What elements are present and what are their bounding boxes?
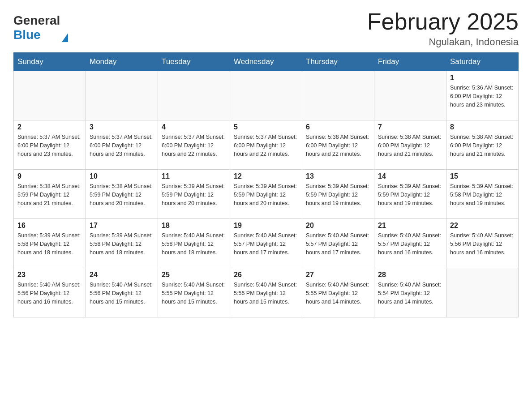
day-number: 10 [90,172,154,180]
title-section: February 2025 Ngulakan, Indonesia [367,9,519,48]
day-number: 25 [162,271,226,279]
table-row: 10Sunrise: 5:38 AM Sunset: 5:59 PM Dayli… [86,170,158,219]
col-monday: Monday [86,53,158,71]
day-info: Sunrise: 5:39 AM Sunset: 5:58 PM Dayligh… [17,231,82,257]
logo-general: General [13,13,60,28]
table-row [302,71,374,120]
day-number: 5 [234,123,298,131]
table-row [230,71,302,120]
day-info: Sunrise: 5:40 AM Sunset: 5:57 PM Dayligh… [306,231,370,257]
day-info: Sunrise: 5:40 AM Sunset: 5:55 PM Dayligh… [162,281,226,306]
table-row: 6Sunrise: 5:38 AM Sunset: 6:00 PM Daylig… [302,120,374,170]
calendar-week-row: 1Sunrise: 5:36 AM Sunset: 6:00 PM Daylig… [14,71,519,120]
table-row [158,71,230,120]
table-row: 21Sunrise: 5:40 AM Sunset: 5:57 PM Dayli… [374,219,446,268]
day-info: Sunrise: 5:37 AM Sunset: 6:00 PM Dayligh… [234,133,298,158]
calendar-title: February 2025 [367,9,519,34]
table-row: 23Sunrise: 5:40 AM Sunset: 5:56 PM Dayli… [14,268,86,317]
table-row [86,71,158,120]
table-row: 9Sunrise: 5:38 AM Sunset: 5:59 PM Daylig… [14,170,86,219]
calendar-header-row: Sunday Monday Tuesday Wednesday Thursday… [14,53,519,71]
table-row [446,268,519,317]
day-number: 20 [306,222,370,230]
day-number: 19 [234,222,298,230]
day-number: 12 [234,172,298,180]
table-row [14,71,86,120]
col-wednesday: Wednesday [230,53,302,71]
day-info: Sunrise: 5:38 AM Sunset: 5:59 PM Dayligh… [17,182,82,207]
table-row: 20Sunrise: 5:40 AM Sunset: 5:57 PM Dayli… [302,219,374,268]
day-info: Sunrise: 5:38 AM Sunset: 6:00 PM Dayligh… [306,133,370,158]
day-number: 4 [162,123,226,131]
day-number: 28 [378,271,442,279]
table-row: 18Sunrise: 5:40 AM Sunset: 5:58 PM Dayli… [158,219,230,268]
day-number: 2 [17,123,82,131]
day-info: Sunrise: 5:39 AM Sunset: 5:59 PM Dayligh… [306,182,370,207]
table-row: 27Sunrise: 5:40 AM Sunset: 5:55 PM Dayli… [302,268,374,317]
day-number: 7 [378,123,442,131]
table-row: 24Sunrise: 5:40 AM Sunset: 5:56 PM Dayli… [86,268,158,317]
logo-triangle-icon [62,33,68,42]
day-number: 17 [90,222,154,230]
day-info: Sunrise: 5:40 AM Sunset: 5:56 PM Dayligh… [90,281,154,306]
col-tuesday: Tuesday [158,53,230,71]
table-row [374,71,446,120]
logo-blue: Blue [13,28,41,42]
day-info: Sunrise: 5:40 AM Sunset: 5:55 PM Dayligh… [306,281,370,306]
calendar-subtitle: Ngulakan, Indonesia [367,36,519,48]
day-number: 6 [306,123,370,131]
table-row: 7Sunrise: 5:38 AM Sunset: 6:00 PM Daylig… [374,120,446,170]
day-info: Sunrise: 5:39 AM Sunset: 5:59 PM Dayligh… [162,182,226,207]
day-number: 16 [17,222,82,230]
calendar-week-row: 9Sunrise: 5:38 AM Sunset: 5:59 PM Daylig… [14,170,519,219]
day-info: Sunrise: 5:40 AM Sunset: 5:54 PM Dayligh… [378,281,442,306]
table-row: 25Sunrise: 5:40 AM Sunset: 5:55 PM Dayli… [158,268,230,317]
day-number: 8 [450,123,515,131]
day-number: 1 [450,74,515,82]
table-row: 8Sunrise: 5:38 AM Sunset: 6:00 PM Daylig… [446,120,519,170]
col-friday: Friday [374,53,446,71]
table-row: 11Sunrise: 5:39 AM Sunset: 5:59 PM Dayli… [158,170,230,219]
table-row: 13Sunrise: 5:39 AM Sunset: 5:59 PM Dayli… [302,170,374,219]
day-info: Sunrise: 5:39 AM Sunset: 5:59 PM Dayligh… [234,182,298,207]
table-row: 2Sunrise: 5:37 AM Sunset: 6:00 PM Daylig… [14,120,86,170]
day-number: 3 [90,123,154,131]
col-thursday: Thursday [302,53,374,71]
table-row: 17Sunrise: 5:39 AM Sunset: 5:58 PM Dayli… [86,219,158,268]
table-row: 16Sunrise: 5:39 AM Sunset: 5:58 PM Dayli… [14,219,86,268]
day-number: 21 [378,222,442,230]
day-info: Sunrise: 5:38 AM Sunset: 6:00 PM Dayligh… [378,133,442,158]
day-info: Sunrise: 5:39 AM Sunset: 5:58 PM Dayligh… [90,231,154,257]
calendar-table: Sunday Monday Tuesday Wednesday Thursday… [13,52,519,317]
day-info: Sunrise: 5:40 AM Sunset: 5:56 PM Dayligh… [450,231,515,257]
day-info: Sunrise: 5:38 AM Sunset: 5:59 PM Dayligh… [90,182,154,207]
day-number: 13 [306,172,370,180]
day-number: 9 [17,172,82,180]
calendar-week-row: 23Sunrise: 5:40 AM Sunset: 5:56 PM Dayli… [14,268,519,317]
day-number: 26 [234,271,298,279]
day-info: Sunrise: 5:40 AM Sunset: 5:57 PM Dayligh… [234,231,298,257]
day-number: 27 [306,271,370,279]
day-info: Sunrise: 5:37 AM Sunset: 6:00 PM Dayligh… [90,133,154,158]
table-row: 19Sunrise: 5:40 AM Sunset: 5:57 PM Dayli… [230,219,302,268]
day-info: Sunrise: 5:39 AM Sunset: 5:58 PM Dayligh… [450,182,515,207]
table-row: 14Sunrise: 5:39 AM Sunset: 5:59 PM Dayli… [374,170,446,219]
table-row: 3Sunrise: 5:37 AM Sunset: 6:00 PM Daylig… [86,120,158,170]
day-info: Sunrise: 5:40 AM Sunset: 5:55 PM Dayligh… [234,281,298,306]
day-number: 24 [90,271,154,279]
logo: General Blue [13,13,68,42]
day-info: Sunrise: 5:37 AM Sunset: 6:00 PM Dayligh… [17,133,82,158]
table-row: 15Sunrise: 5:39 AM Sunset: 5:58 PM Dayli… [446,170,519,219]
day-number: 18 [162,222,226,230]
table-row: 5Sunrise: 5:37 AM Sunset: 6:00 PM Daylig… [230,120,302,170]
day-number: 11 [162,172,226,180]
calendar-week-row: 2Sunrise: 5:37 AM Sunset: 6:00 PM Daylig… [14,120,519,170]
col-sunday: Sunday [14,53,86,71]
table-row: 12Sunrise: 5:39 AM Sunset: 5:59 PM Dayli… [230,170,302,219]
day-info: Sunrise: 5:40 AM Sunset: 5:57 PM Dayligh… [378,231,442,257]
day-number: 15 [450,172,515,180]
day-number: 14 [378,172,442,180]
day-info: Sunrise: 5:36 AM Sunset: 6:00 PM Dayligh… [450,84,515,109]
day-info: Sunrise: 5:37 AM Sunset: 6:00 PM Dayligh… [162,133,226,158]
day-info: Sunrise: 5:40 AM Sunset: 5:58 PM Dayligh… [162,231,226,257]
